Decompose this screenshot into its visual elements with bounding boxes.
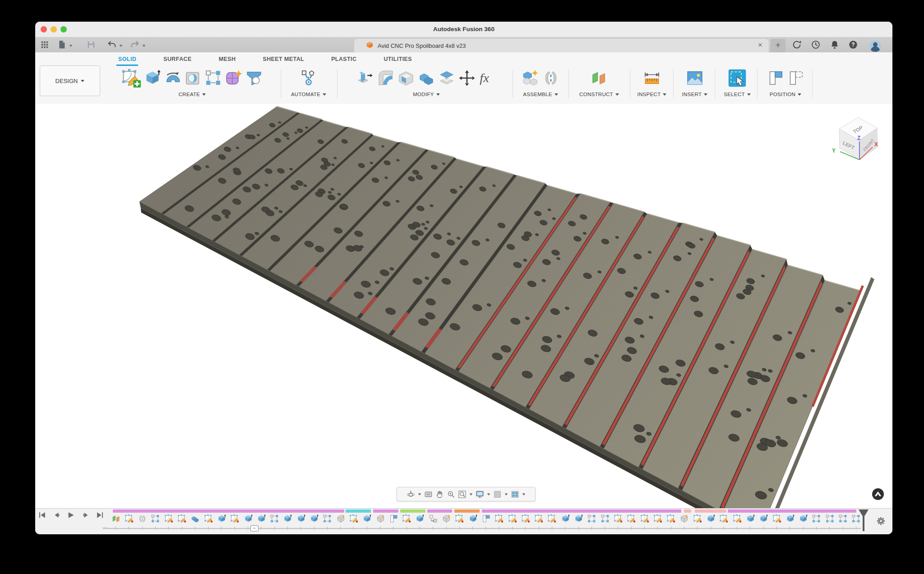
offset-face-button[interactable] <box>438 69 456 87</box>
timeline-feature-sketch[interactable] <box>666 514 676 523</box>
timeline-feature-sketch[interactable] <box>164 514 174 523</box>
timeline-feature-joint[interactable] <box>138 514 148 523</box>
viewports-icon[interactable] <box>511 490 519 499</box>
zoom-icon[interactable] <box>447 490 455 499</box>
timeline-feature-sketch[interactable] <box>640 514 650 523</box>
timeline-feature-extrude[interactable] <box>362 514 372 523</box>
ribbon-tab-mesh[interactable]: MESH <box>218 56 237 62</box>
timeline-feature-sketch[interactable] <box>547 514 557 523</box>
ribbon-group-label[interactable]: INSPECT <box>638 92 667 97</box>
skip-to-end-button[interactable] <box>96 511 104 521</box>
form-button[interactable] <box>225 69 243 87</box>
timeline-feature-sketch[interactable] <box>124 514 134 523</box>
ribbon-tab-solid[interactable]: SOLID <box>117 56 137 62</box>
notifications-bell-icon[interactable] <box>830 40 840 51</box>
timeline-feature-newcomp[interactable] <box>442 514 452 523</box>
timeline-feature-pattern[interactable] <box>838 514 848 523</box>
timeline-feature-sketch[interactable] <box>203 514 213 523</box>
timeline-feature-pattern[interactable] <box>812 514 822 523</box>
shell-button[interactable] <box>397 69 415 87</box>
timeline-feature-move[interactable] <box>428 514 438 523</box>
timeline-feature-sketch[interactable] <box>772 514 782 523</box>
press-pull-button[interactable] <box>356 69 374 87</box>
autodesk-badge-icon[interactable] <box>872 488 884 502</box>
undo-icon[interactable] <box>107 40 117 50</box>
ribbon-group-label[interactable]: AUTOMATE <box>291 92 326 97</box>
timeline-feature-sketch[interactable] <box>732 514 742 523</box>
joint-button[interactable] <box>542 69 560 87</box>
parameters-fx-button[interactable]: fx <box>478 69 496 87</box>
automate-button[interactable] <box>300 69 318 87</box>
step-forward-button[interactable] <box>82 511 90 521</box>
skip-to-start-button[interactable] <box>38 511 46 521</box>
timeline-group-bar[interactable] <box>346 509 371 513</box>
fillet-button[interactable] <box>377 69 395 87</box>
timeline-group-bar[interactable] <box>728 509 856 513</box>
timeline-feature-extrude[interactable] <box>574 514 584 523</box>
timeline-feature-extrude[interactable] <box>706 514 716 523</box>
ribbon-tab-utilities[interactable]: UTILITIES <box>383 56 413 62</box>
timeline-feature-newcomp[interactable] <box>336 514 346 523</box>
fit-icon[interactable] <box>458 490 467 499</box>
timeline-feature-pattern[interactable] <box>825 514 835 523</box>
timeline-group-bar[interactable] <box>373 509 398 513</box>
timeline-feature-pattern[interactable] <box>270 514 280 523</box>
timeline-feature-extrude[interactable] <box>745 514 755 523</box>
play-button[interactable] <box>66 511 75 521</box>
timeline-feature-pattern[interactable] <box>151 514 161 523</box>
timeline-feature-sketch[interactable] <box>653 514 663 523</box>
new-tab-button[interactable]: + <box>771 39 785 52</box>
close-tab-icon[interactable]: × <box>758 41 762 50</box>
revert-position-button[interactable] <box>787 69 805 87</box>
timeline-feature-extrude[interactable] <box>217 514 226 523</box>
timeline-feature-pattern[interactable] <box>587 514 597 523</box>
timeline-feature-sketch[interactable] <box>455 514 465 523</box>
extrude-button[interactable] <box>143 69 162 87</box>
timeline-feature-newcomp[interactable] <box>375 514 385 523</box>
display-settings-icon[interactable] <box>476 490 484 499</box>
web-button[interactable] <box>245 69 263 87</box>
timeline-group-bar[interactable] <box>482 509 681 513</box>
timeline-collapsed-ellipsis[interactable]: … <box>102 523 108 529</box>
timeline-feature-sketch[interactable] <box>177 514 187 523</box>
grid-settings-icon[interactable] <box>493 490 502 499</box>
app-grid-icon[interactable] <box>40 40 50 50</box>
ribbon-group-label[interactable]: ASSEMBLE <box>523 92 558 97</box>
file-new-icon[interactable] <box>57 40 67 50</box>
ribbon-group-label[interactable]: INSERT <box>682 92 708 97</box>
timeline-feature-extrude[interactable] <box>468 514 478 523</box>
timeline-group-bar[interactable] <box>454 509 480 513</box>
new-component-button[interactable] <box>522 69 540 87</box>
timeline-feature-sketch[interactable] <box>230 514 240 523</box>
timeline-feature-extrude[interactable] <box>256 514 266 523</box>
select-button[interactable] <box>727 68 747 88</box>
timeline-group-bar[interactable] <box>427 509 452 513</box>
viewport-3d[interactable]: TOP LEFT FRONT Z X Y <box>35 104 892 508</box>
timeline-track[interactable] <box>103 528 861 529</box>
timeline-feature-pattern[interactable] <box>323 514 333 523</box>
save-icon[interactable] <box>86 40 96 50</box>
timeline-playhead[interactable] <box>858 509 869 534</box>
ribbon-tab-sheet-metal[interactable]: SHEET METAL <box>262 56 305 62</box>
timeline-feature-extrude[interactable] <box>283 514 293 523</box>
timeline-group-bar[interactable] <box>695 509 726 513</box>
job-status-icon[interactable] <box>792 40 802 51</box>
pattern-button[interactable] <box>204 69 222 87</box>
document-tab[interactable]: Avid CNC Pro Spoilboard 4x8 v23 × <box>354 39 769 52</box>
history-clock-icon[interactable] <box>811 40 821 51</box>
timeline-feature-sketch[interactable] <box>693 514 702 523</box>
timeline-feature-sketch[interactable] <box>627 514 637 523</box>
timeline-group-bar[interactable] <box>684 509 691 513</box>
timeline-scrubber-handle[interactable]: − <box>250 525 259 532</box>
ribbon-group-label[interactable]: CREATE <box>179 92 206 97</box>
timeline-feature-sketch[interactable] <box>508 514 517 523</box>
timeline-feature-flag[interactable] <box>481 514 491 523</box>
workspace-switcher[interactable]: DESIGN <box>40 65 100 96</box>
timeline-feature-sketch[interactable] <box>402 514 412 523</box>
timeline-feature-extrude[interactable] <box>310 514 319 523</box>
timeline-group-bar[interactable] <box>400 509 425 513</box>
ribbon-group-label[interactable]: SELECT <box>724 92 751 97</box>
ribbon-tab-plastic[interactable]: PLASTIC <box>330 56 357 62</box>
hole-button[interactable] <box>184 69 202 87</box>
move-button[interactable] <box>458 69 476 87</box>
